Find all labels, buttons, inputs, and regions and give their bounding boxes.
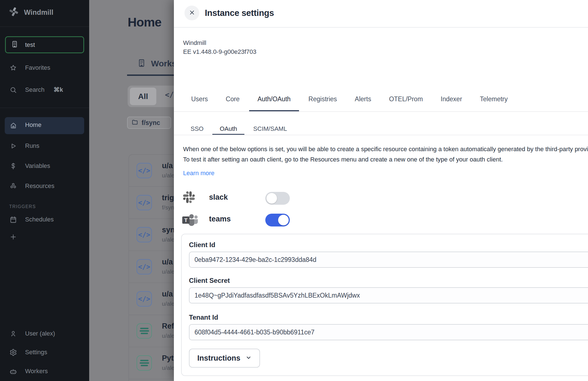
play-icon	[9, 142, 17, 150]
tab-registries[interactable]: Registries	[300, 95, 345, 111]
building-icon	[11, 40, 18, 49]
oauth-client-name: slack	[209, 193, 228, 202]
subtab-sso[interactable]: SSO	[183, 125, 211, 135]
add-trigger-button[interactable]	[0, 230, 89, 244]
list-item[interactable]: </> u/a u/ale	[129, 283, 174, 315]
item-title: trig	[162, 194, 174, 202]
settings-tabs: Users Core Auth/OAuth Registries Alerts …	[174, 84, 588, 112]
search-icon	[9, 86, 17, 94]
robot-icon	[9, 367, 17, 375]
list-item[interactable]: </> syn u/ale	[129, 219, 174, 251]
calendar-icon	[9, 216, 17, 223]
folder-chip-fsync[interactable]: f/sync	[127, 117, 171, 129]
tab-telemetry[interactable]: Telemetry	[472, 95, 516, 111]
svg-text:T: T	[184, 217, 188, 223]
folder-chip-label: f/sync	[142, 119, 160, 127]
toggle-knob	[266, 193, 277, 204]
slack-toggle[interactable]	[265, 192, 290, 205]
script-icon: </>	[137, 163, 152, 178]
app-window: Windmill test Favorites	[0, 0, 588, 381]
script-icon: </>	[137, 259, 152, 274]
sidebar-item-resources[interactable]: Resources	[0, 179, 89, 193]
workspace-name: test	[25, 41, 35, 49]
close-icon	[189, 9, 195, 17]
dollar-icon	[9, 162, 17, 170]
toggle-knob	[278, 215, 289, 225]
tenant-id-input[interactable]	[189, 324, 588, 340]
item-title: syn	[162, 226, 174, 234]
tab-workspace[interactable]: Workspace	[137, 59, 174, 69]
sidebar-divider	[0, 26, 89, 27]
teams-icon: T	[182, 213, 198, 228]
subtab-oauth[interactable]: OAuth	[212, 125, 244, 135]
client-id-label: Client Id	[189, 241, 215, 249]
oauth-description-line2: To test it after setting an oauth client…	[183, 154, 588, 165]
subtab-scim-saml[interactable]: SCIM/SAML	[246, 125, 294, 135]
sidebar-item-user[interactable]: User (alex)	[0, 326, 89, 341]
workspace-switcher-button[interactable]: test	[5, 36, 84, 53]
client-secret-label: Client Secret	[189, 277, 230, 284]
list-item[interactable]: </> trig f/syn	[129, 187, 174, 219]
sidebar-item-search[interactable]: Search ⌘k	[0, 83, 89, 97]
gear-icon	[9, 348, 17, 356]
boxes-icon	[9, 182, 17, 190]
teams-oauth-card: Client Id Client Secret Tenant Id Instru…	[181, 234, 588, 376]
search-shortcut: ⌘k	[54, 86, 63, 93]
teams-toggle[interactable]	[265, 214, 290, 226]
list-item[interactable]: Ref u/ale	[129, 315, 174, 347]
tab-core[interactable]: Core	[217, 95, 248, 111]
sidebar-item-label: Settings	[25, 349, 47, 356]
filter-scripts-button[interactable]: </>	[165, 91, 174, 99]
chevron-down-icon	[246, 355, 252, 362]
list-item[interactable]: Pyt u/ale	[129, 347, 174, 379]
instructions-button[interactable]: Instructions	[189, 349, 260, 368]
home-page: Home Workspace All </>	[89, 0, 174, 381]
script-icon: </>	[137, 195, 152, 210]
instance-version: EE v1.448.0-9-g00e23f703	[183, 48, 256, 56]
learn-more-link[interactable]: Learn more	[183, 170, 215, 177]
sidebar-item-home[interactable]: Home	[5, 117, 84, 134]
sidebar-item-settings[interactable]: Settings	[0, 345, 89, 360]
list-item[interactable]: </> u/a u/ale	[129, 251, 174, 283]
sidebar-item-workers[interactable]: Workers	[0, 364, 89, 378]
tab-users[interactable]: Users	[183, 95, 216, 111]
sidebar-item-favorites[interactable]: Favorites	[0, 61, 89, 75]
oauth-description-line1: When one of the below options is set, yo…	[183, 144, 588, 154]
windmill-logo-icon	[8, 6, 20, 18]
tab-auth-oauth[interactable]: Auth/OAuth	[249, 95, 299, 111]
item-path: u/ale	[162, 236, 174, 243]
plus-icon	[9, 233, 17, 241]
sidebar-item-variables[interactable]: Variables	[0, 159, 89, 173]
oauth-client-name: teams	[209, 215, 231, 223]
sidebar-item-label: Home	[25, 121, 42, 129]
tab-alerts[interactable]: Alerts	[346, 95, 380, 111]
user-icon	[9, 330, 17, 337]
item-title: u/a	[162, 161, 173, 170]
close-button[interactable]	[184, 6, 199, 20]
tab-indexer[interactable]: Indexer	[432, 95, 470, 111]
instance-app-name: Windmill	[183, 39, 206, 47]
item-path: u/ale	[162, 365, 174, 371]
tab-otel-prom[interactable]: OTEL/Prom	[381, 95, 431, 111]
building-icon	[137, 59, 146, 69]
client-secret-input[interactable]	[189, 287, 588, 303]
item-path: u/ale	[162, 268, 174, 275]
item-path: u/ale	[162, 300, 174, 307]
filter-all-button[interactable]: All	[130, 88, 156, 105]
active-tab-underline	[127, 74, 174, 76]
sidebar: Windmill test Favorites	[0, 0, 89, 381]
script-icon: </>	[137, 227, 152, 242]
home-icon	[9, 122, 17, 129]
sidebar-item-label: Workers	[25, 368, 48, 375]
client-id-input[interactable]	[189, 252, 588, 268]
list-item[interactable]: </> u/a u/ale	[129, 155, 174, 187]
item-title: u/a	[162, 258, 173, 266]
auth-subtabs: SSO OAuth SCIM/SAML	[174, 112, 588, 135]
tab-workspace-label: Workspace	[151, 59, 174, 68]
star-icon	[9, 64, 17, 72]
flow-icon	[137, 355, 152, 371]
sidebar-item-runs[interactable]: Runs	[0, 139, 89, 153]
item-path: u/ale	[162, 172, 174, 179]
sidebar-item-schedules[interactable]: Schedules	[0, 212, 89, 227]
flow-icon	[137, 323, 152, 339]
